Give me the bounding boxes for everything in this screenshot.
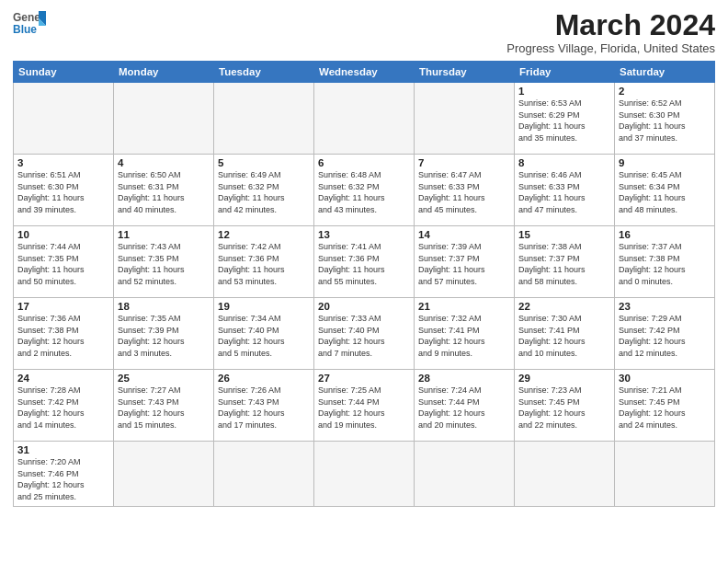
table-row: 23Sunrise: 7:29 AM Sunset: 7:42 PM Dayli… — [615, 298, 715, 370]
col-wednesday: Wednesday — [314, 62, 415, 83]
day-info: Sunrise: 7:27 AM Sunset: 7:43 PM Dayligh… — [118, 385, 210, 431]
day-info: Sunrise: 7:35 AM Sunset: 7:39 PM Dayligh… — [118, 313, 210, 359]
table-row — [314, 83, 415, 155]
day-info: Sunrise: 6:45 AM Sunset: 6:34 PM Dayligh… — [619, 169, 711, 215]
day-number: 2 — [619, 86, 711, 97]
table-row: 7Sunrise: 6:47 AM Sunset: 6:33 PM Daylig… — [415, 155, 515, 226]
table-row — [114, 442, 214, 506]
day-info: Sunrise: 7:26 AM Sunset: 7:43 PM Dayligh… — [218, 385, 310, 431]
day-info: Sunrise: 7:44 AM Sunset: 7:35 PM Dayligh… — [17, 241, 109, 287]
day-info: Sunrise: 7:41 AM Sunset: 7:36 PM Dayligh… — [318, 241, 410, 287]
calendar-header-row: Sunday Monday Tuesday Wednesday Thursday… — [14, 62, 715, 83]
day-number: 12 — [218, 229, 310, 240]
table-row: 31Sunrise: 7:20 AM Sunset: 7:46 PM Dayli… — [14, 442, 114, 506]
table-row — [114, 83, 214, 155]
day-number: 31 — [17, 444, 109, 455]
table-row: 21Sunrise: 7:32 AM Sunset: 7:41 PM Dayli… — [415, 298, 515, 370]
day-info: Sunrise: 7:43 AM Sunset: 7:35 PM Dayligh… — [118, 241, 210, 287]
day-number: 8 — [518, 157, 610, 168]
day-number: 19 — [218, 301, 310, 312]
title-area: March 2024 Progress Village, Florida, Un… — [506, 9, 715, 55]
day-number: 6 — [318, 157, 410, 168]
day-info: Sunrise: 6:46 AM Sunset: 6:33 PM Dayligh… — [518, 169, 610, 215]
day-number: 30 — [619, 373, 711, 384]
day-info: Sunrise: 7:36 AM Sunset: 7:38 PM Dayligh… — [17, 313, 109, 359]
month-title: March 2024 — [506, 9, 715, 41]
table-row: 25Sunrise: 7:27 AM Sunset: 7:43 PM Dayli… — [114, 370, 214, 442]
table-row — [214, 442, 314, 506]
day-info: Sunrise: 7:29 AM Sunset: 7:42 PM Dayligh… — [619, 313, 711, 359]
day-number: 3 — [17, 157, 109, 168]
page: General Blue March 2024 Progress Village… — [0, 0, 728, 512]
table-row: 15Sunrise: 7:38 AM Sunset: 7:37 PM Dayli… — [515, 226, 615, 298]
day-number: 21 — [418, 301, 510, 312]
table-row: 10Sunrise: 7:44 AM Sunset: 7:35 PM Dayli… — [14, 226, 114, 298]
table-row: 2Sunrise: 6:52 AM Sunset: 6:30 PM Daylig… — [615, 83, 715, 155]
day-number: 16 — [619, 229, 711, 240]
table-row: 9Sunrise: 6:45 AM Sunset: 6:34 PM Daylig… — [615, 155, 715, 226]
calendar-week-row: 24Sunrise: 7:28 AM Sunset: 7:42 PM Dayli… — [14, 370, 715, 442]
day-number: 11 — [118, 229, 210, 240]
day-info: Sunrise: 6:48 AM Sunset: 6:32 PM Dayligh… — [318, 169, 410, 215]
day-number: 23 — [619, 301, 711, 312]
day-info: Sunrise: 7:25 AM Sunset: 7:44 PM Dayligh… — [318, 385, 410, 431]
day-info: Sunrise: 6:51 AM Sunset: 6:30 PM Dayligh… — [17, 169, 109, 215]
table-row: 20Sunrise: 7:33 AM Sunset: 7:40 PM Dayli… — [314, 298, 415, 370]
day-number: 10 — [17, 229, 109, 240]
table-row — [14, 83, 114, 155]
day-info: Sunrise: 6:47 AM Sunset: 6:33 PM Dayligh… — [418, 169, 510, 215]
table-row — [314, 442, 415, 506]
col-friday: Friday — [515, 62, 615, 83]
day-info: Sunrise: 7:33 AM Sunset: 7:40 PM Dayligh… — [318, 313, 410, 359]
col-thursday: Thursday — [415, 62, 515, 83]
calendar-week-row: 10Sunrise: 7:44 AM Sunset: 7:35 PM Dayli… — [14, 226, 715, 298]
day-number: 13 — [318, 229, 410, 240]
day-number: 18 — [118, 301, 210, 312]
day-info: Sunrise: 7:21 AM Sunset: 7:45 PM Dayligh… — [619, 385, 711, 431]
day-info: Sunrise: 6:49 AM Sunset: 6:32 PM Dayligh… — [218, 169, 310, 215]
table-row: 3Sunrise: 6:51 AM Sunset: 6:30 PM Daylig… — [14, 155, 114, 226]
day-number: 15 — [518, 229, 610, 240]
calendar-week-row: 17Sunrise: 7:36 AM Sunset: 7:38 PM Dayli… — [14, 298, 715, 370]
col-monday: Monday — [114, 62, 214, 83]
table-row: 12Sunrise: 7:42 AM Sunset: 7:36 PM Dayli… — [214, 226, 314, 298]
table-row — [415, 83, 515, 155]
table-row: 8Sunrise: 6:46 AM Sunset: 6:33 PM Daylig… — [515, 155, 615, 226]
table-row: 28Sunrise: 7:24 AM Sunset: 7:44 PM Dayli… — [415, 370, 515, 442]
table-row — [415, 442, 515, 506]
day-info: Sunrise: 7:34 AM Sunset: 7:40 PM Dayligh… — [218, 313, 310, 359]
day-number: 14 — [418, 229, 510, 240]
day-info: Sunrise: 6:53 AM Sunset: 6:29 PM Dayligh… — [518, 98, 610, 144]
table-row: 11Sunrise: 7:43 AM Sunset: 7:35 PM Dayli… — [114, 226, 214, 298]
day-number: 22 — [518, 301, 610, 312]
day-number: 20 — [318, 301, 410, 312]
col-tuesday: Tuesday — [214, 62, 314, 83]
calendar-week-row: 3Sunrise: 6:51 AM Sunset: 6:30 PM Daylig… — [14, 155, 715, 226]
generalblue-logo-icon: General Blue — [13, 9, 46, 39]
day-number: 29 — [518, 373, 610, 384]
table-row: 27Sunrise: 7:25 AM Sunset: 7:44 PM Dayli… — [314, 370, 415, 442]
table-row: 18Sunrise: 7:35 AM Sunset: 7:39 PM Dayli… — [114, 298, 214, 370]
day-info: Sunrise: 6:52 AM Sunset: 6:30 PM Dayligh… — [619, 98, 711, 144]
table-row — [515, 442, 615, 506]
day-number: 17 — [17, 301, 109, 312]
day-info: Sunrise: 7:28 AM Sunset: 7:42 PM Dayligh… — [17, 385, 109, 431]
day-info: Sunrise: 7:32 AM Sunset: 7:41 PM Dayligh… — [418, 313, 510, 359]
table-row — [615, 442, 715, 506]
table-row: 22Sunrise: 7:30 AM Sunset: 7:41 PM Dayli… — [515, 298, 615, 370]
svg-text:Blue: Blue — [13, 23, 37, 36]
table-row: 29Sunrise: 7:23 AM Sunset: 7:45 PM Dayli… — [515, 370, 615, 442]
table-row: 26Sunrise: 7:26 AM Sunset: 7:43 PM Dayli… — [214, 370, 314, 442]
table-row: 5Sunrise: 6:49 AM Sunset: 6:32 PM Daylig… — [214, 155, 314, 226]
header: General Blue March 2024 Progress Village… — [13, 9, 715, 55]
table-row: 4Sunrise: 6:50 AM Sunset: 6:31 PM Daylig… — [114, 155, 214, 226]
day-number: 27 — [318, 373, 410, 384]
table-row: 14Sunrise: 7:39 AM Sunset: 7:37 PM Dayli… — [415, 226, 515, 298]
day-info: Sunrise: 7:38 AM Sunset: 7:37 PM Dayligh… — [518, 241, 610, 287]
day-info: Sunrise: 7:24 AM Sunset: 7:44 PM Dayligh… — [418, 385, 510, 431]
day-info: Sunrise: 7:23 AM Sunset: 7:45 PM Dayligh… — [518, 385, 610, 431]
day-number: 9 — [619, 157, 711, 168]
table-row: 13Sunrise: 7:41 AM Sunset: 7:36 PM Dayli… — [314, 226, 415, 298]
table-row: 6Sunrise: 6:48 AM Sunset: 6:32 PM Daylig… — [314, 155, 415, 226]
calendar-week-row: 31Sunrise: 7:20 AM Sunset: 7:46 PM Dayli… — [14, 442, 715, 506]
